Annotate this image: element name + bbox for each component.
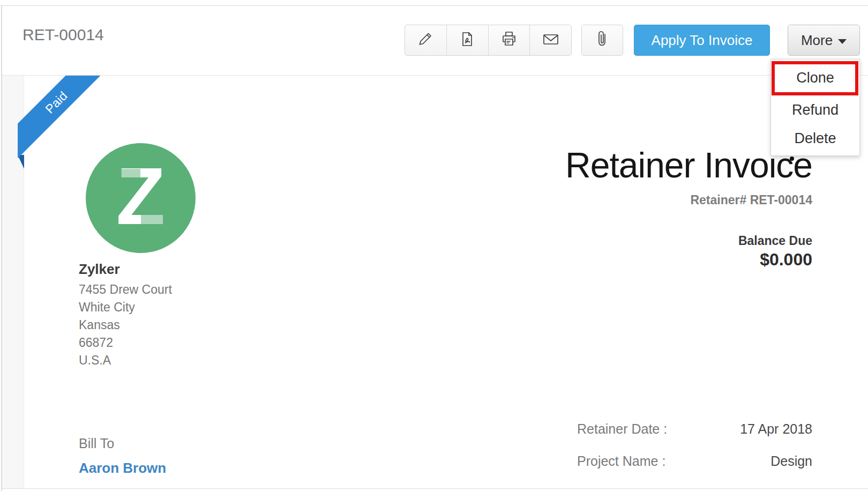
chevron-down-icon — [838, 39, 847, 44]
printer-icon — [500, 30, 518, 50]
retainer-date-value: 17 Apr 2018 — [740, 421, 812, 437]
logo-shade-bottom — [141, 212, 176, 228]
envelope-icon — [541, 31, 560, 50]
apply-to-invoice-button[interactable]: Apply To Invoice — [634, 25, 770, 56]
address-line: U.S.A — [79, 352, 172, 369]
paid-ribbon: Paid — [18, 76, 114, 160]
cursor-dot — [790, 157, 794, 161]
address-line: Kansas — [79, 316, 172, 334]
pdf-file-icon — [459, 31, 476, 50]
address-line: 7455 Drew Court — [79, 281, 172, 299]
address-line: White City — [79, 299, 172, 316]
pdf-button[interactable] — [446, 25, 488, 55]
project-name-label: Project Name : — [577, 453, 665, 469]
address-line: 66872 — [79, 334, 172, 352]
more-dropdown-menu: Clone Refund Delete — [770, 59, 860, 156]
paid-ribbon-label: Paid — [42, 88, 70, 116]
retainer-number: Retainer# RET-00014 — [690, 193, 812, 207]
menu-item-delete[interactable]: Delete — [771, 124, 859, 153]
bill-to-label: Bill To — [79, 436, 114, 451]
retainer-invoice-screen: RET-00014 — [0, 0, 868, 491]
bottom-border — [2, 488, 868, 489]
status-ribbon: Paid — [18, 76, 119, 177]
edit-button[interactable] — [405, 25, 446, 55]
balance-due-value: $0.000 — [760, 250, 812, 270]
paperclip-icon — [594, 29, 611, 51]
page-title: RET-00014 — [23, 26, 104, 44]
toolbar-icon-group — [405, 25, 572, 56]
print-button[interactable] — [488, 25, 530, 55]
project-name-value: Design — [770, 453, 812, 469]
pencil-icon — [417, 31, 434, 50]
menu-item-clone[interactable]: Clone — [771, 59, 859, 96]
company-name: Zylker — [79, 261, 120, 278]
menu-item-refund[interactable]: Refund — [771, 96, 859, 124]
balance-due-label: Balance Due — [738, 234, 812, 248]
attachment-button[interactable] — [581, 25, 623, 56]
top-border — [0, 5, 868, 6]
apply-to-invoice-label: Apply To Invoice — [652, 32, 753, 49]
email-button[interactable] — [529, 25, 571, 55]
more-label: More — [801, 32, 833, 49]
retainer-date-label: Retainer Date : — [577, 421, 667, 437]
company-address: 7455 Drew Court White City Kansas 66872 … — [79, 281, 172, 369]
bill-to-customer-link[interactable]: Aaron Brown — [79, 460, 166, 477]
more-button[interactable]: More — [788, 25, 860, 56]
